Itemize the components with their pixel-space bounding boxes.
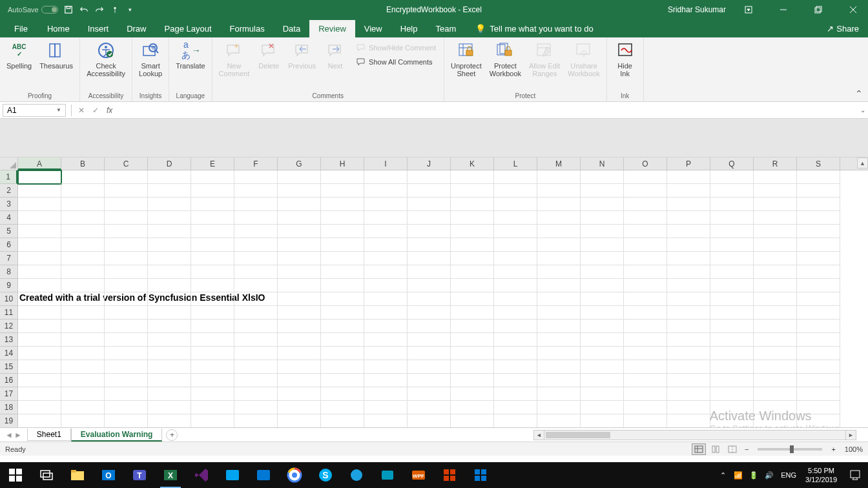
cell[interactable] <box>191 265 234 279</box>
cell[interactable] <box>624 238 667 252</box>
collapse-ribbon-icon[interactable]: ⌃ <box>855 88 863 99</box>
cell[interactable] <box>710 225 754 238</box>
cell[interactable] <box>234 170 278 184</box>
cell[interactable] <box>667 347 710 360</box>
app-icon-4[interactable] <box>372 462 403 488</box>
cell[interactable] <box>451 306 494 320</box>
cell[interactable] <box>797 170 840 184</box>
cell[interactable] <box>710 292 754 306</box>
cell[interactable] <box>278 238 321 252</box>
teams-icon[interactable]: T <box>124 462 155 488</box>
cell[interactable] <box>754 238 797 252</box>
cell[interactable] <box>667 292 710 306</box>
cell[interactable] <box>494 170 537 184</box>
row-header-12[interactable]: 12 <box>0 320 17 333</box>
col-header-F[interactable]: F <box>234 158 278 170</box>
cell[interactable] <box>537 225 581 238</box>
cell[interactable] <box>321 333 364 347</box>
cell[interactable] <box>278 374 321 387</box>
spelling-button[interactable]: ABC✓ Spelling <box>3 39 36 71</box>
cell[interactable] <box>18 211 61 225</box>
cell[interactable] <box>494 292 537 306</box>
touch-mode-icon[interactable] <box>110 5 120 15</box>
cell[interactable] <box>754 347 797 360</box>
cell[interactable] <box>667 252 710 265</box>
cell[interactable] <box>364 292 408 306</box>
tab-home[interactable]: Home <box>38 20 79 37</box>
name-box-dropdown-icon[interactable]: ▼ <box>56 107 61 113</box>
col-header-J[interactable]: J <box>408 158 451 170</box>
cell[interactable] <box>105 292 148 306</box>
cell[interactable] <box>667 198 710 211</box>
cell[interactable] <box>148 198 191 211</box>
col-header-G[interactable]: G <box>278 158 321 170</box>
cell[interactable] <box>18 414 61 428</box>
cell[interactable] <box>278 252 321 265</box>
row-header-3[interactable]: 3 <box>0 198 17 211</box>
cell[interactable] <box>18 374 61 387</box>
cell[interactable] <box>624 401 667 414</box>
col-header-K[interactable]: K <box>451 158 494 170</box>
row-header-14[interactable]: 14 <box>0 347 17 360</box>
row-header-19[interactable]: 19 <box>0 414 17 428</box>
col-header-C[interactable]: C <box>105 158 148 170</box>
cell[interactable] <box>364 238 408 252</box>
cell[interactable] <box>321 198 364 211</box>
share-button[interactable]: ↗ Share <box>823 20 863 37</box>
cell[interactable] <box>191 170 234 184</box>
app-icon-3[interactable] <box>341 462 372 488</box>
cell[interactable] <box>148 347 191 360</box>
cell[interactable] <box>624 320 667 333</box>
cell[interactable] <box>537 198 581 211</box>
cell[interactable] <box>797 414 840 428</box>
cell[interactable] <box>710 211 754 225</box>
cell[interactable] <box>451 387 494 401</box>
cell[interactable] <box>278 211 321 225</box>
cell[interactable] <box>18 184 61 198</box>
cell[interactable] <box>667 265 710 279</box>
cell[interactable] <box>710 306 754 320</box>
cell[interactable] <box>105 360 148 374</box>
cell[interactable] <box>408 387 451 401</box>
cell-A10[interactable]: Created with a trial version of Syncfusi… <box>18 292 61 306</box>
cell[interactable] <box>624 414 667 428</box>
cell[interactable] <box>18 333 61 347</box>
cell[interactable] <box>754 320 797 333</box>
cell[interactable] <box>234 225 278 238</box>
cell[interactable] <box>581 198 624 211</box>
cell[interactable] <box>278 265 321 279</box>
cell[interactable] <box>797 360 840 374</box>
cell[interactable] <box>105 170 148 184</box>
sheet-tab-sheet1[interactable]: Sheet1 <box>27 429 71 441</box>
cell[interactable] <box>667 211 710 225</box>
cell[interactable] <box>624 387 667 401</box>
cell[interactable] <box>710 170 754 184</box>
cell[interactable] <box>710 320 754 333</box>
cell[interactable] <box>408 306 451 320</box>
cell[interactable] <box>364 225 408 238</box>
cell[interactable] <box>710 374 754 387</box>
cell[interactable] <box>581 279 624 292</box>
row-header-11[interactable]: 11 <box>0 306 17 320</box>
cell[interactable] <box>321 387 364 401</box>
cell[interactable] <box>494 211 537 225</box>
visual-studio-icon[interactable] <box>186 462 217 488</box>
col-header-I[interactable]: I <box>364 158 408 170</box>
tab-team[interactable]: Team <box>427 20 466 37</box>
cell[interactable] <box>710 265 754 279</box>
action-center-icon[interactable] <box>842 469 868 481</box>
cell[interactable] <box>667 333 710 347</box>
cell[interactable] <box>537 360 581 374</box>
hide-ink-button[interactable]: Hide Ink <box>610 39 641 79</box>
start-button[interactable] <box>0 462 31 488</box>
cell[interactable] <box>18 387 61 401</box>
cell[interactable] <box>234 360 278 374</box>
cell[interactable] <box>105 306 148 320</box>
cell[interactable] <box>191 238 234 252</box>
cell[interactable] <box>537 238 581 252</box>
cell[interactable] <box>18 320 61 333</box>
row-header-9[interactable]: 9 <box>0 279 17 292</box>
cell[interactable] <box>624 184 667 198</box>
tray-volume-icon[interactable]: 🔊 <box>761 471 777 480</box>
cell[interactable] <box>105 374 148 387</box>
